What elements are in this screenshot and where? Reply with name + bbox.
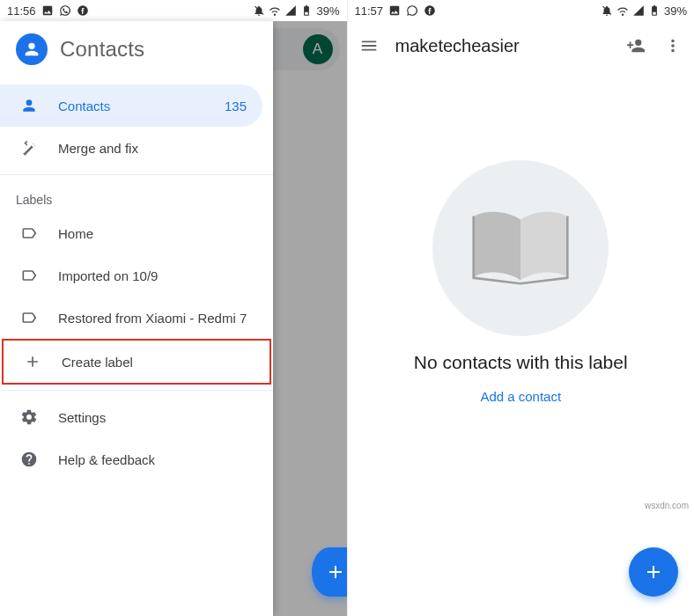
label-item-text: Home bbox=[58, 226, 93, 241]
watermark: wsxdn.com bbox=[645, 501, 689, 510]
label-item-home[interactable]: Home bbox=[0, 212, 273, 254]
empty-title: No contacts with this label bbox=[414, 352, 628, 373]
wifi-icon bbox=[269, 4, 281, 17]
dnd-icon bbox=[253, 4, 265, 17]
fab-add-contact[interactable] bbox=[312, 547, 347, 597]
signal-icon bbox=[284, 4, 297, 17]
open-book-icon bbox=[463, 191, 578, 305]
battery-icon bbox=[300, 4, 313, 17]
screen-label-view: 11:57 39% maketecheasier No contacts wit… bbox=[348, 0, 695, 616]
nav-settings-label: Settings bbox=[58, 410, 106, 425]
divider bbox=[0, 174, 273, 175]
magic-wand-icon bbox=[19, 138, 39, 158]
nav-settings[interactable]: Settings bbox=[0, 396, 273, 438]
add-contact-link[interactable]: Add a contact bbox=[480, 389, 561, 404]
label-icon bbox=[19, 266, 39, 285]
drawer-header: Contacts bbox=[0, 21, 273, 81]
nav-merge-fix[interactable]: Merge and fix bbox=[0, 127, 273, 169]
label-item-text: Restored from Xiaomi - Redmi 7 bbox=[58, 311, 247, 326]
label-item-imported[interactable]: Imported on 10/9 bbox=[0, 254, 273, 297]
nav-contacts-label: Contacts bbox=[58, 99, 110, 114]
empty-illustration bbox=[432, 160, 609, 336]
nav-help[interactable]: Help & feedback bbox=[0, 438, 273, 480]
gallery-icon bbox=[41, 4, 54, 17]
help-icon bbox=[19, 450, 39, 469]
nav-help-label: Help & feedback bbox=[58, 452, 155, 467]
status-bar: 11:56 39% bbox=[0, 0, 347, 21]
plus-icon bbox=[23, 352, 42, 371]
status-battery-pct: 39% bbox=[316, 4, 339, 18]
empty-state: No contacts with this label Add a contac… bbox=[348, 0, 695, 616]
whatsapp-icon bbox=[59, 4, 71, 17]
nav-create-label-text: Create label bbox=[62, 355, 133, 370]
person-icon bbox=[19, 96, 39, 115]
nav-create-label[interactable]: Create label bbox=[4, 341, 269, 383]
nav-contacts-count: 135 bbox=[225, 99, 247, 114]
labels-header: Labels bbox=[0, 180, 273, 212]
fab-add-contact[interactable] bbox=[629, 547, 678, 597]
label-item-restored[interactable]: Restored from Xiaomi - Redmi 7 bbox=[0, 297, 273, 339]
divider bbox=[0, 390, 273, 391]
screen-drawer: 11:56 39% A Contacts bbox=[0, 0, 348, 616]
label-icon bbox=[19, 308, 39, 327]
status-time: 11:56 bbox=[7, 4, 36, 18]
facebook-icon bbox=[77, 4, 89, 17]
contacts-logo-icon bbox=[16, 33, 48, 65]
gear-icon bbox=[19, 407, 39, 427]
navigation-drawer: Contacts Contacts 135 Merge and fix Labe… bbox=[0, 21, 273, 616]
drawer-title: Contacts bbox=[60, 37, 144, 62]
highlight-create-label: Create label bbox=[2, 339, 271, 385]
label-icon bbox=[19, 224, 39, 243]
nav-contacts[interactable]: Contacts 135 bbox=[0, 84, 262, 127]
label-item-text: Imported on 10/9 bbox=[58, 268, 158, 283]
nav-merge-label: Merge and fix bbox=[58, 141, 138, 156]
